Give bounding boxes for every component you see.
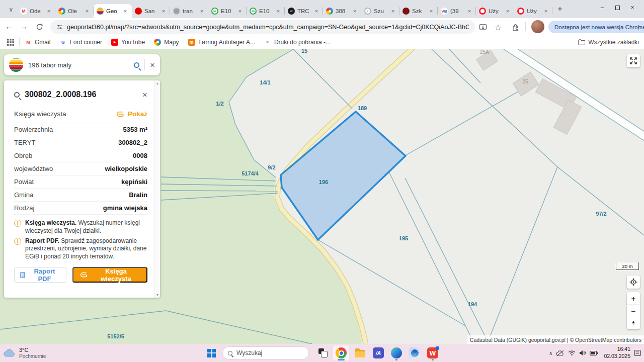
bookmark-item[interactable]: Druki do pobrania -... [264,39,331,46]
profile-avatar[interactable] [531,20,544,33]
browser-tab[interactable]: E10× [247,4,285,18]
url-bar[interactable]: geoportal360.pl/map/?src=adwords&utm_sou… [50,20,475,34]
apps-grid-icon[interactable] [7,39,14,46]
tab-close-icon[interactable]: × [428,8,435,15]
search-input[interactable] [28,61,129,69]
tab-close-icon[interactable]: × [313,8,320,15]
onedrive-offline-icon[interactable] [556,350,565,356]
browser-tab[interactable]: TRC× [285,4,323,18]
tab-close-icon[interactable]: × [504,8,511,15]
bookmark-star-icon[interactable]: ☆ [492,21,504,33]
google-icon [59,39,66,46]
tab-close-icon[interactable]: × [275,8,282,15]
browser-tab[interactable]: Ode× [17,4,55,18]
santander-icon [135,8,142,15]
bookmark-item[interactable]: Gmail [25,39,50,46]
maximize-button[interactable] [610,0,625,15]
forward-button[interactable]: → [17,20,31,34]
taskbar-app-a[interactable]: /A [370,345,386,360]
torring-icon [188,39,195,46]
detail-label: Rodzaj [14,204,34,212]
browser-tab[interactable]: Uży× [514,4,552,18]
tab-close-icon[interactable]: × [466,8,473,15]
panel-close-icon[interactable]: × [142,90,147,99]
zoom-in-button[interactable]: + [627,292,640,304]
info-note-title: Raport PDF. [25,237,59,244]
tab-close-icon[interactable]: × [236,8,244,15]
taskbar-app-edge[interactable] [388,345,405,360]
back-button[interactable]: ← [2,20,16,34]
tab-search-chevron-icon[interactable]: ∨ [5,4,17,15]
map-viewport[interactable]: 1514/11/21899/25174/419619597/21945152/5… [0,49,644,344]
chrome-update-chip[interactable]: Dostępna jest nowa wersja Chrome [548,21,644,33]
browser-tab[interactable]: Geo× [94,4,132,18]
locate-button[interactable] [627,276,640,289]
bookmark-item[interactable]: Tørring Autolager A... [188,39,255,46]
browser-tab[interactable]: (39× [438,4,476,18]
bookmark-item[interactable]: Mapy [154,39,179,46]
browser-tab[interactable]: Uży× [476,4,514,18]
report-pdf-button[interactable]: Raport PDF [14,267,66,283]
taskbar-app-chrome[interactable] [333,345,349,360]
browser-tab[interactable]: E10× [208,4,247,18]
reload-button[interactable] [32,20,46,34]
wifi-icon[interactable] [568,350,576,356]
taskbar-search[interactable]: Wyszukaj [222,346,309,359]
bookmark-item[interactable]: YouTube [111,39,145,46]
browser-tab[interactable]: 388× [323,4,361,18]
tab-close-icon[interactable]: × [198,8,205,15]
browser-menu-icon[interactable]: ⋮ [634,21,643,33]
tray-expand-icon[interactable]: ∧ [549,350,552,356]
taskbar-app-wps[interactable]: W [425,345,441,360]
parcel-label: 1/2 [216,101,223,107]
tab-close-icon[interactable]: × [542,8,549,15]
search-close-icon[interactable]: × [150,61,155,69]
info-note-text: Księga wieczysta. Wyszukaj numer księgi … [25,219,147,235]
fullscreen-button[interactable] [627,54,640,67]
tab-close-icon[interactable]: × [389,8,396,15]
close-window-button[interactable]: × [625,0,640,15]
tab-close-icon[interactable]: × [84,8,91,15]
task-view-button[interactable] [315,345,331,360]
scroll-down-icon[interactable]: ▼ [156,293,159,297]
land-register-button[interactable]: Księga wieczysta [72,267,147,283]
paperclip-icon [116,112,125,117]
save-to-device-icon[interactable] [477,21,489,33]
tab-close-icon[interactable]: × [351,8,358,15]
search-icon[interactable] [134,62,139,68]
bookmark-item[interactable]: Ford courier [59,39,102,46]
detail-label: Powiat [14,178,34,186]
panel-scrollbar[interactable]: ▲ ▼ [154,80,160,298]
browser-tab[interactable]: Szk× [399,4,438,18]
browser-tab[interactable]: Ole× [55,4,94,18]
tab-close-icon[interactable]: × [45,8,52,15]
weather-widget[interactable]: 3°C Pochmurnie [3,347,46,359]
compass-south-icon: ▼ [631,323,635,325]
taskbar-app-explorer[interactable] [352,345,368,360]
battery-icon[interactable] [590,350,598,356]
tab-close-icon[interactable]: × [122,8,129,15]
bookmarks-divider [19,38,20,46]
clock-widget[interactable]: 16:41 02.03.2025 [604,346,630,359]
show-land-register-link[interactable]: Pokaż [116,110,147,118]
all-bookmarks-button[interactable]: Wszystkie zakładki [578,39,639,46]
tab-close-icon[interactable]: × [160,8,167,15]
tab-title: Szk [412,8,425,14]
browser-tab[interactable]: tran× [170,4,208,18]
taskbar-app-media[interactable] [407,345,423,360]
notifications-icon[interactable] [634,349,641,356]
locate-icon [629,278,637,286]
browser-tab[interactable]: San× [132,4,170,18]
scroll-up-icon[interactable]: ▲ [156,81,159,85]
parcel-label: 5152/5 [107,333,124,339]
minimize-button[interactable]: – [595,0,610,15]
start-button[interactable] [204,346,218,360]
browser-tab[interactable]: Szu× [361,4,399,18]
compass-button[interactable]: ▲ ▼ [627,317,640,329]
new-tab-button[interactable]: + [554,4,566,15]
zoom-out-button[interactable]: − [627,304,640,317]
open-app-dot [395,359,397,360]
paperclip-icon [80,272,88,278]
volume-icon[interactable] [579,350,586,356]
extensions-icon[interactable] [509,21,521,33]
